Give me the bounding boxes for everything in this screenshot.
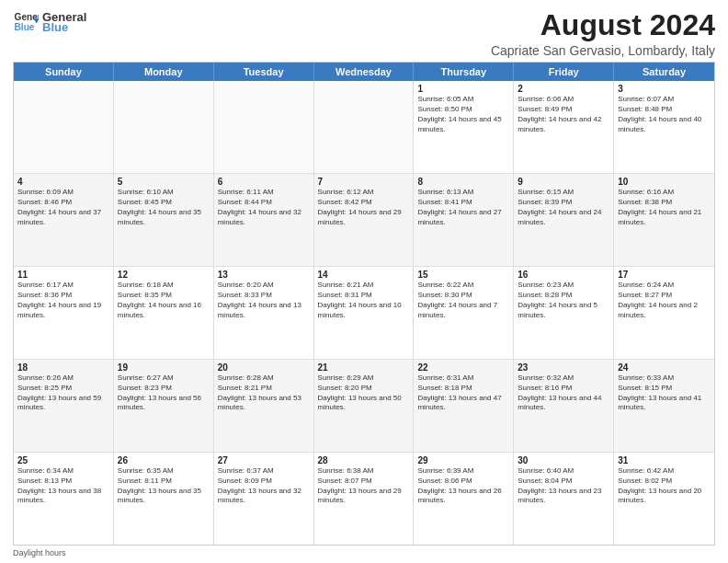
cal-header-monday: Monday	[114, 63, 214, 81]
cal-cell-day-12: 12Sunrise: 6:18 AM Sunset: 8:35 PM Dayli…	[114, 267, 214, 359]
cal-cell-day-16: 16Sunrise: 6:23 AM Sunset: 8:28 PM Dayli…	[514, 267, 614, 359]
cal-cell-day-17: 17Sunrise: 6:24 AM Sunset: 8:27 PM Dayli…	[614, 267, 714, 359]
cal-cell-day-22: 22Sunrise: 6:31 AM Sunset: 8:18 PM Dayli…	[414, 360, 514, 452]
cal-cell-day-1: 1Sunrise: 6:05 AM Sunset: 8:50 PM Daylig…	[414, 81, 514, 173]
cal-cell-day-2: 2Sunrise: 6:06 AM Sunset: 8:49 PM Daylig…	[514, 81, 614, 173]
day-number: 10	[618, 177, 711, 187]
day-info: Sunrise: 6:22 AM Sunset: 8:30 PM Dayligh…	[417, 281, 509, 320]
cal-week-1: 1Sunrise: 6:05 AM Sunset: 8:50 PM Daylig…	[14, 81, 714, 174]
day-number: 29	[417, 455, 509, 465]
day-number: 15	[417, 270, 509, 280]
cal-cell-day-31: 31Sunrise: 6:42 AM Sunset: 8:02 PM Dayli…	[614, 453, 714, 545]
cal-cell-day-3: 3Sunrise: 6:07 AM Sunset: 8:48 PM Daylig…	[614, 81, 714, 173]
day-number: 16	[518, 270, 609, 280]
cal-cell-day-23: 23Sunrise: 6:32 AM Sunset: 8:16 PM Dayli…	[514, 360, 614, 452]
day-info: Sunrise: 6:06 AM Sunset: 8:49 PM Dayligh…	[518, 95, 609, 134]
day-number: 20	[218, 362, 310, 373]
cal-cell-day-27: 27Sunrise: 6:37 AM Sunset: 8:09 PM Dayli…	[214, 453, 314, 545]
cal-cell-day-25: 25Sunrise: 6:34 AM Sunset: 8:13 PM Dayli…	[14, 453, 114, 545]
day-info: Sunrise: 6:31 AM Sunset: 8:18 PM Dayligh…	[417, 373, 509, 413]
cal-week-2: 4Sunrise: 6:09 AM Sunset: 8:46 PM Daylig…	[14, 174, 714, 267]
day-number: 27	[218, 455, 310, 465]
day-info: Sunrise: 6:39 AM Sunset: 8:06 PM Dayligh…	[417, 466, 509, 506]
day-info: Sunrise: 6:29 AM Sunset: 8:20 PM Dayligh…	[318, 373, 410, 413]
logo-blue: Blue	[42, 20, 86, 34]
sub-title: Capriate San Gervasio, Lombardy, Italy	[491, 43, 715, 58]
cal-cell-empty	[314, 81, 415, 173]
day-info: Sunrise: 6:05 AM Sunset: 8:50 PM Dayligh…	[417, 95, 509, 134]
day-info: Sunrise: 6:15 AM Sunset: 8:39 PM Dayligh…	[518, 188, 609, 227]
cal-cell-day-18: 18Sunrise: 6:26 AM Sunset: 8:25 PM Dayli…	[14, 360, 114, 452]
day-info: Sunrise: 6:37 AM Sunset: 8:09 PM Dayligh…	[218, 466, 310, 506]
calendar: SundayMondayTuesdayWednesdayThursdayFrid…	[13, 62, 715, 546]
cal-cell-day-7: 7Sunrise: 6:12 AM Sunset: 8:42 PM Daylig…	[314, 174, 415, 266]
day-info: Sunrise: 6:17 AM Sunset: 8:36 PM Dayligh…	[17, 281, 109, 320]
cal-header-tuesday: Tuesday	[214, 63, 314, 81]
cal-cell-day-24: 24Sunrise: 6:33 AM Sunset: 8:15 PM Dayli…	[614, 360, 714, 452]
day-info: Sunrise: 6:07 AM Sunset: 8:48 PM Dayligh…	[618, 95, 711, 134]
cal-cell-day-9: 9Sunrise: 6:15 AM Sunset: 8:39 PM Daylig…	[514, 174, 614, 266]
cal-cell-day-20: 20Sunrise: 6:28 AM Sunset: 8:21 PM Dayli…	[214, 360, 314, 452]
day-number: 7	[318, 177, 410, 187]
cal-cell-day-30: 30Sunrise: 6:40 AM Sunset: 8:04 PM Dayli…	[514, 453, 614, 545]
day-info: Sunrise: 6:26 AM Sunset: 8:25 PM Dayligh…	[17, 373, 109, 413]
cal-cell-day-13: 13Sunrise: 6:20 AM Sunset: 8:33 PM Dayli…	[214, 267, 314, 359]
calendar-body: 1Sunrise: 6:05 AM Sunset: 8:50 PM Daylig…	[14, 81, 714, 545]
day-number: 17	[618, 270, 711, 280]
cal-cell-day-10: 10Sunrise: 6:16 AM Sunset: 8:38 PM Dayli…	[614, 174, 714, 266]
day-info: Sunrise: 6:12 AM Sunset: 8:42 PM Dayligh…	[318, 188, 410, 227]
cal-week-5: 25Sunrise: 6:34 AM Sunset: 8:13 PM Dayli…	[14, 453, 714, 545]
day-number: 13	[218, 270, 310, 280]
title-block: August 2024 Capriate San Gervasio, Lomba…	[491, 9, 715, 58]
day-info: Sunrise: 6:35 AM Sunset: 8:11 PM Dayligh…	[118, 466, 210, 506]
footer-note: Daylight hours	[13, 548, 715, 557]
day-number: 21	[318, 362, 410, 373]
day-info: Sunrise: 6:34 AM Sunset: 8:13 PM Dayligh…	[17, 466, 109, 506]
logo: General Blue General Blue	[13, 9, 86, 35]
day-number: 19	[118, 362, 210, 373]
cal-header-thursday: Thursday	[414, 63, 514, 81]
day-number: 4	[17, 177, 109, 187]
day-info: Sunrise: 6:28 AM Sunset: 8:21 PM Dayligh…	[218, 373, 310, 413]
day-number: 12	[118, 270, 210, 280]
main-title: August 2024	[491, 9, 715, 41]
svg-text:Blue: Blue	[15, 22, 35, 32]
calendar-header: SundayMondayTuesdayWednesdayThursdayFrid…	[14, 63, 714, 81]
day-number: 2	[518, 84, 609, 94]
day-info: Sunrise: 6:21 AM Sunset: 8:31 PM Dayligh…	[318, 281, 410, 320]
day-number: 25	[17, 455, 109, 465]
cal-cell-day-19: 19Sunrise: 6:27 AM Sunset: 8:23 PM Dayli…	[114, 360, 214, 452]
cal-week-4: 18Sunrise: 6:26 AM Sunset: 8:25 PM Dayli…	[14, 360, 714, 453]
day-info: Sunrise: 6:09 AM Sunset: 8:46 PM Dayligh…	[17, 188, 109, 227]
cal-cell-empty	[214, 81, 314, 173]
cal-cell-empty	[14, 81, 114, 173]
cal-cell-day-11: 11Sunrise: 6:17 AM Sunset: 8:36 PM Dayli…	[14, 267, 114, 359]
day-info: Sunrise: 6:16 AM Sunset: 8:38 PM Dayligh…	[618, 188, 711, 227]
day-info: Sunrise: 6:10 AM Sunset: 8:45 PM Dayligh…	[118, 188, 210, 227]
day-number: 31	[618, 455, 711, 465]
day-number: 24	[618, 362, 711, 373]
cal-cell-day-8: 8Sunrise: 6:13 AM Sunset: 8:41 PM Daylig…	[414, 174, 514, 266]
day-number: 8	[417, 177, 509, 187]
day-info: Sunrise: 6:20 AM Sunset: 8:33 PM Dayligh…	[218, 281, 310, 320]
cal-cell-day-15: 15Sunrise: 6:22 AM Sunset: 8:30 PM Dayli…	[414, 267, 514, 359]
day-number: 9	[518, 177, 609, 187]
cal-cell-day-4: 4Sunrise: 6:09 AM Sunset: 8:46 PM Daylig…	[14, 174, 114, 266]
header: General Blue General Blue August 2024 Ca…	[13, 9, 715, 58]
day-info: Sunrise: 6:42 AM Sunset: 8:02 PM Dayligh…	[618, 466, 711, 506]
day-number: 6	[218, 177, 310, 187]
cal-header-wednesday: Wednesday	[314, 63, 415, 81]
day-number: 26	[118, 455, 210, 465]
day-info: Sunrise: 6:18 AM Sunset: 8:35 PM Dayligh…	[118, 281, 210, 320]
day-number: 23	[518, 362, 609, 373]
cal-week-3: 11Sunrise: 6:17 AM Sunset: 8:36 PM Dayli…	[14, 267, 714, 360]
day-number: 18	[17, 362, 109, 373]
cal-header-sunday: Sunday	[14, 63, 114, 81]
day-number: 3	[618, 84, 711, 94]
day-info: Sunrise: 6:32 AM Sunset: 8:16 PM Dayligh…	[518, 373, 609, 413]
cal-cell-day-5: 5Sunrise: 6:10 AM Sunset: 8:45 PM Daylig…	[114, 174, 214, 266]
day-info: Sunrise: 6:27 AM Sunset: 8:23 PM Dayligh…	[118, 373, 210, 413]
cal-header-saturday: Saturday	[614, 63, 714, 81]
day-info: Sunrise: 6:11 AM Sunset: 8:44 PM Dayligh…	[218, 188, 310, 227]
cal-cell-day-6: 6Sunrise: 6:11 AM Sunset: 8:44 PM Daylig…	[214, 174, 314, 266]
